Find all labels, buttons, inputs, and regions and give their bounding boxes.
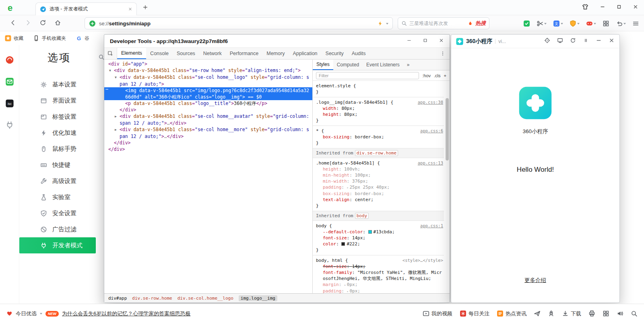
devtools-minimize-button[interactable]	[407, 37, 412, 45]
css-property[interactable]: margin: ▸0px;	[316, 282, 443, 288]
css-property[interactable]: min-height: 100px;	[316, 172, 443, 178]
home-button[interactable]	[54, 19, 61, 28]
maximize-button[interactable]	[616, 4, 622, 11]
sidebar-item[interactable]: 开发者模式	[19, 237, 96, 253]
devtools-tab-sources[interactable]: Sources	[173, 48, 199, 59]
tree-line[interactable]: <p data-v-584e45b1 class="logo__title">3…	[104, 100, 312, 107]
sidebar-item[interactable]: 实验室	[19, 189, 96, 205]
isc-button[interactable]: isc	[5, 99, 14, 109]
sidebar-item[interactable]: 鼠标手势	[19, 141, 96, 157]
tree-line[interactable]: ▼<div data-v-584e45b1 class="se-row home…	[104, 67, 312, 74]
miniapp-more-link[interactable]: 更多介绍	[524, 277, 546, 284]
devtools-more-button[interactable]	[436, 48, 450, 59]
devtools-tab-application[interactable]: Application	[289, 48, 321, 59]
bottombar-search-button[interactable]	[631, 310, 638, 317]
css-selector[interactable]: element.style {	[316, 83, 356, 89]
css-property[interactable]: padding: ▸25px 25px 40px;	[316, 184, 443, 191]
headline-link[interactable]: 为什么会丢失6岁以前的记忆？心理学家的答案细思恐极	[62, 310, 190, 317]
miniapp-locate-button[interactable]	[544, 37, 550, 45]
miniapp-minimize-button[interactable]	[596, 37, 602, 45]
search-suggestion[interactable]: 三星堆遗址再次发	[409, 20, 465, 27]
tree-line[interactable]: ▶<div data-v-584e45b1 class="se-col home…	[104, 113, 312, 126]
css-selector[interactable]: .home[data-v-584e45b1] {	[316, 160, 380, 166]
color-swatch[interactable]	[341, 242, 345, 246]
devtools-tab-security[interactable]: Security	[322, 48, 348, 59]
css-property[interactable]: box-sizing: border-box;	[316, 191, 443, 197]
plugin-button[interactable]	[5, 121, 14, 131]
bottombar-printer-button[interactable]	[588, 310, 595, 317]
daily-picks-label[interactable]: 今日优选	[16, 310, 37, 317]
bottombar-speaker-button[interactable]	[617, 310, 623, 317]
devtools-tab-console[interactable]: Console	[146, 48, 173, 59]
bottombar-download-button[interactable]: 下载	[562, 310, 581, 317]
minimize-button[interactable]	[600, 4, 605, 11]
expand-arrow-icon[interactable]: ▶	[115, 113, 120, 120]
new-tab-button[interactable]	[142, 4, 148, 10]
styles-scrollbar[interactable]	[446, 98, 449, 160]
css-source-link[interactable]: app.css:1	[417, 223, 443, 229]
devtools-maximize-button[interactable]	[423, 37, 428, 45]
tree-line[interactable]: ▶<div data-v-584e45b1 class="se-col home…	[104, 126, 312, 140]
devtools-tab-performance[interactable]: Performance	[226, 48, 263, 59]
sidebar-item[interactable]: 基本设置	[19, 76, 96, 93]
css-selector[interactable]: .logo__img[data-v-584e45b1] {	[316, 99, 393, 105]
styles-tab-styles[interactable]: Styles	[313, 60, 333, 70]
bottombar-plane-button[interactable]	[534, 310, 541, 317]
browser-tab[interactable]: 选项 - 开发者模式	[35, 2, 137, 15]
bottombar-apps-grid-button[interactable]	[603, 310, 609, 317]
breadcrumb-item[interactable]: div.se-row.home	[132, 296, 172, 301]
miniapp-more-button[interactable]	[583, 37, 589, 45]
css-selector[interactable]: body {	[316, 223, 332, 229]
tree-line[interactable]: <div id="app">	[104, 61, 312, 67]
css-source-link[interactable]: app.css:38	[415, 99, 443, 105]
sidebar-item[interactable]: 安全设置	[19, 205, 96, 221]
new-rule-button[interactable]: +	[444, 73, 446, 78]
site-security-icon[interactable]	[89, 20, 96, 27]
sidebar-item[interactable]: 快捷键	[19, 157, 96, 173]
search-box[interactable]: 三星堆遗址再次发 热搜	[398, 17, 489, 29]
class-toggle-button[interactable]: .cls	[434, 73, 441, 78]
css-property[interactable]: width: 80px;	[316, 105, 443, 111]
theme-button[interactable]	[582, 3, 589, 12]
node-link[interactable]: body	[355, 213, 369, 219]
bottombar-video-button[interactable]: 我的视频	[423, 310, 452, 317]
browser-logo-icon[interactable]: e	[6, 3, 14, 12]
gamepad-button[interactable]	[586, 20, 596, 27]
sidebar-item[interactable]: 优化加速	[19, 125, 96, 141]
bottombar-news-button[interactable]: 热点资讯	[497, 310, 526, 317]
tree-line[interactable]: </div>	[104, 107, 312, 113]
devtools-close-button[interactable]	[439, 37, 444, 45]
sidebar-item[interactable]: 标签设置	[19, 109, 96, 125]
translate-button[interactable]: 文	[553, 20, 563, 27]
css-property[interactable]: color: #222;	[316, 241, 443, 247]
ball-button[interactable]	[5, 56, 14, 66]
scissors-button[interactable]	[537, 20, 547, 27]
breadcrumb-item[interactable]: img.logo__img	[239, 295, 277, 301]
styles-filter-input[interactable]	[316, 72, 419, 79]
sidebar-item[interactable]: 广告过滤	[19, 221, 96, 237]
inspect-button[interactable]	[104, 48, 117, 59]
css-source-link[interactable]: <style>…</style>	[399, 257, 443, 263]
css-selector[interactable]: body, html {	[316, 257, 348, 263]
styles-tab-overflow[interactable]: »	[403, 60, 413, 70]
refresh-button[interactable]	[39, 19, 46, 28]
tree-line[interactable]: </div>	[104, 146, 312, 152]
bookmark-item[interactable]: 收藏	[5, 35, 23, 42]
tree-line[interactable]: </div>	[104, 140, 312, 146]
bookmark-item[interactable]: G谷	[76, 35, 89, 42]
miniapp-monitor-button[interactable]	[557, 37, 563, 45]
css-property[interactable]: text-align: center;	[316, 197, 443, 203]
css-property[interactable]: font-family: "Microsoft YaHei", 微软雅黑, Mi…	[316, 270, 443, 282]
pseudo-state-button[interactable]: :hov	[422, 73, 431, 78]
collapse-arrow-icon[interactable]: ▼	[115, 74, 120, 81]
css-property[interactable]: box-sizing: border-box;	[316, 134, 443, 140]
sidebar-item[interactable]: 高级设置	[19, 173, 96, 189]
css-source-link[interactable]: app.css:6	[417, 128, 443, 134]
bookmark-item[interactable]: 手机收藏夹	[33, 35, 66, 42]
speed-mode-icon[interactable]	[378, 21, 383, 26]
expand-arrow-icon[interactable]: ▶	[115, 127, 120, 133]
dropdown-chevron-icon[interactable]	[40, 313, 42, 316]
shield-ext-button[interactable]	[570, 20, 580, 27]
css-property[interactable]: padding: ▸0px;	[316, 288, 443, 293]
bottombar-daily-button[interactable]: 每日关注	[460, 310, 489, 317]
